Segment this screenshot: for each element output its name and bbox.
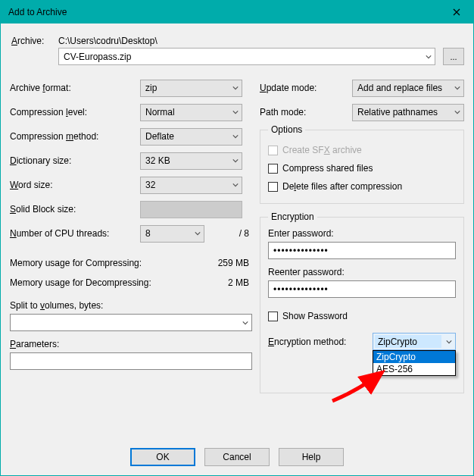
split-volumes-combo[interactable] [10,314,252,331]
update-mode-label: Update mode: [260,83,352,93]
cpu-threads-label: Number of CPU threads: [10,228,140,239]
cpu-threads-combo[interactable]: 8 [140,225,204,243]
titlebar[interactable]: Add to Archive [1,1,473,23]
enter-password-label: Enter password: [268,228,456,239]
chevron-down-icon [446,339,452,345]
encryption-option-aes256[interactable]: AES-256 [373,363,455,375]
delete-after-checkbox[interactable] [268,182,278,192]
archive-format-combo[interactable]: zip [140,80,242,97]
add-to-archive-window: Add to Archive Archive: C:\Users\codru\D… [0,0,474,476]
archive-file-value: CV-Europass.zip [64,52,131,62]
chevron-down-icon [242,320,248,326]
encryption-method-dropdown: ZipCrypto AES-256 [373,350,456,376]
window-title: Add to Archive [8,7,67,17]
chevron-down-icon [232,133,239,139]
reenter-password-label: Reenter password: [268,267,456,277]
chevron-down-icon [426,54,432,60]
options-legend: Options [268,124,305,135]
chevron-down-icon [195,230,201,236]
dictionary-size-label: Dictionary size: [10,155,140,166]
compression-level-combo[interactable]: Normal [140,104,242,121]
compression-method-combo[interactable]: Deflate [140,128,242,146]
enter-password-input[interactable]: •••••••••••••• [268,242,456,259]
create-sfx-checkbox [268,146,278,155]
update-mode-combo[interactable]: Add and replace files [352,80,464,97]
chevron-down-icon [232,85,239,91]
encryption-group: Encryption Enter password: •••••••••••••… [260,211,464,393]
chevron-down-icon [232,109,239,115]
compress-shared-label: Compress shared files [282,163,373,174]
chevron-down-icon [454,109,460,115]
word-size-label: Word size: [10,180,140,190]
encryption-method-label: Encryption method: [268,337,373,347]
memory-compress-label: Memory usage for Compressing: [10,258,199,268]
solid-block-combo [140,201,242,218]
encryption-legend: Encryption [268,211,317,222]
delete-after-label: Delete files after compression [282,181,402,192]
options-group: Options Create SFX archive Compress shar… [260,124,464,204]
memory-decompress-label: Memory usage for Decompressing: [10,277,199,288]
close-button[interactable] [440,1,473,23]
cancel-button[interactable]: Cancel [204,448,270,466]
archive-format-label: Archive format: [10,83,140,93]
solid-block-label: Solid Block size: [10,204,140,215]
memory-decompress-value: 2 MB [199,277,252,288]
chevron-down-icon [232,158,239,164]
parameters-label: Parameters: [10,339,252,349]
reenter-password-input[interactable]: •••••••••••••• [268,280,456,298]
show-password-checkbox[interactable] [268,312,278,321]
encryption-method-combo[interactable]: ZipCrypto ZipCrypto AES-256 [373,333,456,350]
word-size-combo[interactable]: 32 [140,177,242,194]
compression-method-label: Compression method: [10,131,140,142]
close-icon [453,8,460,16]
memory-compress-value: 259 MB [199,258,252,268]
archive-label: Archive: [11,36,44,46]
path-mode-combo[interactable]: Relative pathnames [352,104,464,121]
cpu-threads-max: / 8 [204,228,252,239]
help-button[interactable]: Help [279,448,344,466]
archive-folder-path: C:\Users\codru\Desktop\ [58,36,157,46]
encryption-option-zipcrypto[interactable]: ZipCrypto [373,351,455,363]
split-volumes-label: Split to volumes, bytes: [10,300,252,311]
parameters-input[interactable] [10,352,252,370]
browse-button[interactable]: ... [443,48,464,65]
ok-button[interactable]: OK [130,448,195,466]
create-sfx-label: Create SFX archive [282,145,362,155]
dictionary-size-combo[interactable]: 32 KB [140,152,242,170]
compress-shared-checkbox[interactable] [268,164,278,174]
show-password-label: Show Password [282,311,348,321]
archive-file-combo[interactable]: CV-Europass.zip [58,48,435,65]
path-mode-label: Path mode: [260,107,352,117]
compression-level-label: Compression level: [10,107,140,117]
chevron-down-icon [232,182,239,188]
chevron-down-icon [454,85,460,91]
